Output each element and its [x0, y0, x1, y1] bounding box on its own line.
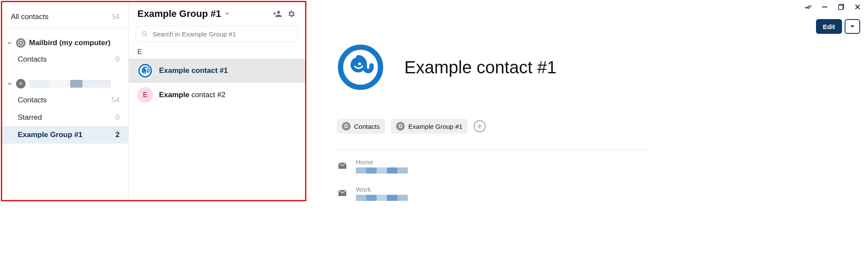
sidebar-item-all-contacts[interactable]: All contacts 54: [2, 5, 128, 29]
sidebar-item-google-group[interactable]: Example Group #1 2: [2, 126, 128, 144]
search-input[interactable]: [136, 26, 298, 42]
tag-contacts[interactable]: G Contacts: [337, 119, 385, 134]
email-value-redacted[interactable]: [356, 195, 408, 201]
sidebar-item-mailbird-contacts[interactable]: Contacts 0: [2, 51, 128, 68]
contact-list-panel: Example Group #1 E: [129, 2, 305, 200]
email-value-redacted[interactable]: [356, 167, 408, 174]
avatar: [137, 63, 153, 79]
svg-line-5: [146, 35, 147, 36]
contact-details: Edit Example contact #1 G Contacts: [319, 0, 868, 272]
contact-name-title: Example contact #1: [404, 58, 556, 77]
edit-dropdown-button[interactable]: [845, 19, 860, 34]
maximize-icon[interactable]: [837, 3, 845, 11]
field-label: Home: [356, 158, 408, 166]
svg-point-1: [20, 42, 22, 44]
edit-controls: Edit: [816, 19, 860, 34]
svg-point-7: [143, 69, 146, 72]
all-contacts-label: All contacts: [11, 13, 112, 21]
count: 0: [116, 55, 120, 64]
chevron-down-icon: [7, 41, 13, 45]
count: 0: [116, 113, 120, 122]
contact-name: Example contact #2: [159, 91, 225, 99]
sidebar: All contacts 54 Mailbird (my computer) C…: [2, 2, 129, 200]
field-label: Work: [356, 186, 408, 193]
account-google-label-redacted: [29, 80, 111, 88]
count: 2: [116, 131, 120, 139]
divider: [337, 149, 649, 150]
label: Contacts: [18, 55, 116, 64]
mail-icon: [337, 187, 348, 199]
tag-label: Contacts: [354, 123, 380, 130]
sidebar-item-google-contacts[interactable]: Contacts 54: [2, 92, 128, 109]
contact-row[interactable]: Example contact #1: [129, 59, 305, 83]
list-title: Example Group #1: [137, 8, 221, 20]
sidebar-item-google-starred[interactable]: Starred 0: [2, 109, 128, 126]
label: Example Group #1: [18, 131, 116, 139]
tag-group[interactable]: G Example Group #1: [391, 119, 468, 134]
close-icon[interactable]: [853, 3, 862, 11]
svg-text:G: G: [20, 82, 22, 85]
chevron-down-icon[interactable]: [224, 11, 230, 16]
search-icon: [141, 30, 148, 37]
contact-avatar: [337, 43, 384, 91]
minimize-icon[interactable]: [820, 3, 829, 11]
edit-button[interactable]: Edit: [816, 19, 842, 34]
avatar: E: [137, 87, 153, 103]
mail-icon: [337, 160, 348, 171]
sidebar-account-google[interactable]: G: [2, 76, 128, 92]
tags-row: G Contacts G Example Group #1: [337, 119, 855, 134]
svg-point-4: [143, 32, 146, 35]
mailbird-icon: [16, 38, 26, 48]
label: Contacts: [18, 96, 111, 105]
contact-row[interactable]: E Example contact #2: [129, 83, 305, 107]
add-tag-button[interactable]: [474, 120, 486, 132]
svg-rect-10: [839, 5, 843, 10]
section-letter: E: [129, 48, 305, 59]
sidebar-account-mailbird[interactable]: Mailbird (my computer): [2, 35, 128, 51]
add-person-icon[interactable]: [272, 9, 283, 19]
email-field-work: Work: [337, 186, 855, 201]
gear-icon[interactable]: [286, 9, 296, 19]
label: Starred: [18, 113, 116, 122]
tag-label: Example Group #1: [408, 123, 462, 130]
email-field-home: Home: [337, 158, 855, 174]
contact-name: Example contact #1: [159, 66, 228, 75]
list-header: Example Group #1: [129, 8, 305, 26]
svg-point-15: [358, 62, 361, 66]
google-icon: G: [16, 79, 26, 88]
count: 54: [111, 96, 120, 105]
search-field[interactable]: [153, 30, 293, 38]
all-contacts-count: 54: [112, 13, 120, 21]
chevron-down-icon: [7, 82, 13, 86]
window-controls: [804, 3, 862, 11]
google-icon: G: [342, 122, 351, 131]
google-icon: G: [396, 122, 405, 131]
account-mailbird-label: Mailbird (my computer): [29, 39, 111, 47]
mark-read-icon[interactable]: [804, 3, 813, 11]
